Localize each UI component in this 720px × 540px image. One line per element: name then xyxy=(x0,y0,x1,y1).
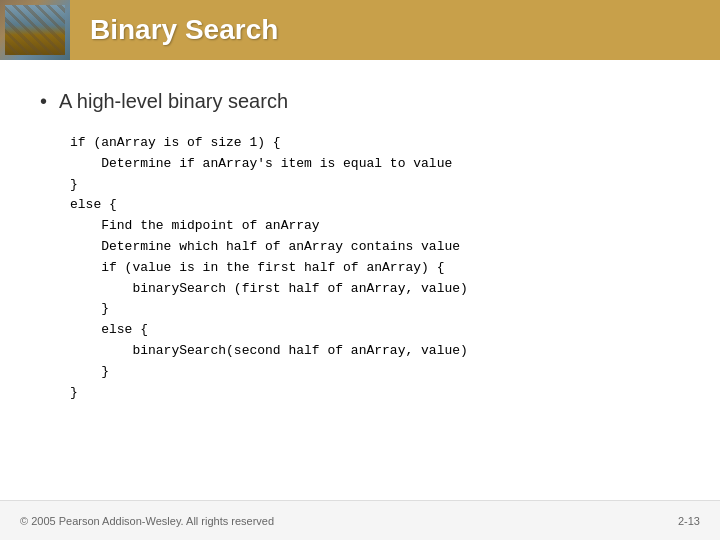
footer-copyright: © 2005 Pearson Addison-Wesley. All right… xyxy=(20,515,274,527)
footer-page: 2-13 xyxy=(678,515,700,527)
header-image xyxy=(0,0,70,60)
page-title: Binary Search xyxy=(70,14,278,46)
footer: © 2005 Pearson Addison-Wesley. All right… xyxy=(0,500,720,540)
code-block: if (anArray is of size 1) { Determine if… xyxy=(70,133,680,403)
header: Binary Search xyxy=(0,0,720,60)
main-content: • A high-level binary search if (anArray… xyxy=(0,60,720,500)
bullet-item: • A high-level binary search xyxy=(40,90,680,113)
bullet-text: A high-level binary search xyxy=(59,90,288,113)
bullet-dot: • xyxy=(40,90,47,113)
